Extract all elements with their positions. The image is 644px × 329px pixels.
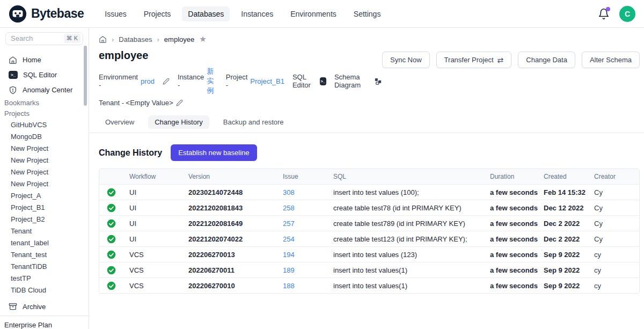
- nav-projects[interactable]: Projects: [138, 6, 177, 21]
- search-box[interactable]: ⌘ K: [5, 32, 83, 45]
- sidebar-project-item[interactable]: tenant_label: [0, 237, 89, 248]
- table-row[interactable]: UI 20221202081843 258 create table test7…: [99, 200, 639, 215]
- sidebar-item-anomaly-center[interactable]: Anomaly Center: [0, 83, 89, 98]
- tab-change-history[interactable]: Change History: [148, 115, 209, 129]
- creator-cell: cy: [594, 282, 639, 290]
- sidebar-project-item[interactable]: GitHubVCS: [0, 119, 89, 130]
- search-shortcut-badge: ⌘ K: [64, 34, 80, 43]
- edit-pen-icon[interactable]: [163, 78, 170, 85]
- transfer-project-button[interactable]: Transfer Project: [436, 52, 512, 68]
- environment-label: Environment -: [99, 73, 138, 89]
- sidebar-project-item[interactable]: New Project: [0, 154, 89, 166]
- bytebase-logo[interactable]: Bytebase: [9, 5, 84, 23]
- table-row[interactable]: UI 20221202081649 257 create table test7…: [99, 215, 639, 231]
- status-cell: [99, 188, 129, 197]
- search-input[interactable]: [11, 34, 57, 42]
- creator-cell: Cy: [594, 220, 639, 228]
- sidebar-project-item[interactable]: Project_B1: [0, 201, 89, 213]
- status-cell: [99, 266, 129, 275]
- workflow-cell: VCS: [129, 251, 188, 259]
- schema-diagram-icon: [374, 77, 382, 85]
- sql-editor-shortcut[interactable]: SQL Editor: [292, 73, 326, 89]
- nav-instances[interactable]: Instances: [235, 6, 279, 21]
- sidebar-project-item[interactable]: TiDB Cloud: [0, 284, 89, 296]
- issue-link[interactable]: 188: [283, 282, 333, 290]
- created-cell: Feb 14 15:32: [544, 188, 594, 196]
- table-row[interactable]: UI 20230214072448 308 insert into test v…: [99, 184, 639, 200]
- table-row[interactable]: VCS 202206270013 194 insert into test va…: [99, 246, 639, 262]
- alter-schema-button[interactable]: Alter Schema: [582, 52, 640, 68]
- nav-databases[interactable]: Databases: [182, 6, 230, 21]
- tenant-meta-row: Tenant - <Empty Value>: [99, 99, 382, 107]
- sql-cell: create table test123 (id int PRIMARY KEY…: [333, 235, 490, 243]
- sql-cell: insert into test values(1): [333, 266, 490, 274]
- tab-backup-and-restore[interactable]: Backup and restore: [217, 115, 290, 129]
- table-row[interactable]: VCS 202206270011 189 insert into test va…: [99, 262, 639, 277]
- sidebar-item-home[interactable]: Home: [0, 53, 89, 68]
- issue-link[interactable]: 189: [283, 266, 333, 274]
- button-label: Alter Schema: [590, 56, 632, 64]
- creator-cell: Cy: [594, 235, 639, 243]
- status-cell: [99, 203, 129, 213]
- sidebar-project-item[interactable]: MongoDB: [0, 130, 89, 142]
- version-cell: 20230214072448: [188, 188, 283, 196]
- sidebar-project-item[interactable]: New Project: [0, 178, 89, 189]
- status-cell: [99, 235, 129, 244]
- breadcrumb-databases[interactable]: Databases: [119, 35, 152, 43]
- breadcrumb-employee[interactable]: employee: [164, 35, 194, 43]
- sidebar-section-projects: Projects: [0, 108, 89, 119]
- notification-bell-icon[interactable]: [598, 8, 610, 20]
- sidebar-item-label: Home: [23, 56, 41, 64]
- sidebar-item-archive[interactable]: Archive: [0, 301, 89, 312]
- table-row[interactable]: VCS 202206270010 188 insert into test va…: [99, 277, 639, 293]
- edit-pencil-icon[interactable]: [176, 99, 183, 106]
- sidebar-project-item[interactable]: TenantTiDB: [0, 260, 89, 272]
- sidebar-project-item[interactable]: Tenant_test: [0, 248, 89, 260]
- issue-link[interactable]: 194: [283, 251, 333, 259]
- breadcrumb-home-icon[interactable]: [99, 35, 107, 43]
- sidebar-project-item[interactable]: testTP: [0, 272, 89, 284]
- nav-issues[interactable]: Issues: [99, 6, 132, 21]
- change-history-table: Workflow Version Issue SQL Duration Crea…: [99, 169, 640, 294]
- instance-label: Instance -: [178, 73, 204, 89]
- col-sql: SQL: [333, 173, 490, 180]
- sidebar-scrollbar[interactable]: [84, 46, 87, 106]
- sidebar-project-item[interactable]: Project_A: [0, 189, 89, 201]
- sidebar-item-sql-editor[interactable]: SQL Editor: [0, 68, 89, 83]
- schema-diagram-shortcut[interactable]: Schema Diagram: [334, 73, 382, 89]
- favorite-star-icon[interactable]: [199, 34, 206, 44]
- issue-link[interactable]: 257: [283, 220, 333, 228]
- button-label: Change Data: [526, 56, 567, 64]
- col-version: Version: [188, 173, 283, 180]
- issue-link[interactable]: 254: [283, 235, 333, 243]
- issue-link[interactable]: 308: [283, 188, 333, 196]
- table-body: UI 20230214072448 308 insert into test v…: [99, 184, 639, 293]
- workflow-cell: VCS: [129, 266, 188, 274]
- version-cell: 202206270010: [188, 282, 283, 290]
- created-cell: Sep 9 2022: [544, 251, 594, 259]
- user-avatar[interactable]: C: [619, 6, 635, 22]
- change-data-button[interactable]: Change Data: [518, 52, 575, 68]
- tenant-label: Tenant - <Empty Value>: [99, 99, 173, 107]
- creator-cell: cy: [594, 251, 639, 259]
- success-check-icon: [107, 219, 116, 228]
- instance-link[interactable]: 新实例: [207, 67, 218, 96]
- environment-link[interactable]: prod: [141, 77, 155, 85]
- duration-cell: a few seconds: [490, 266, 544, 274]
- workflow-cell: VCS: [129, 282, 188, 290]
- tab-overview[interactable]: Overview: [99, 115, 141, 129]
- project-link[interactable]: Project_B1: [250, 77, 284, 85]
- page-title: employee: [99, 49, 382, 62]
- sidebar-project-item[interactable]: Tenant: [0, 225, 89, 237]
- sidebar-project-item[interactable]: New Project: [0, 166, 89, 178]
- sidebar-project-item[interactable]: New Project: [0, 142, 89, 154]
- issue-link[interactable]: 258: [283, 204, 333, 212]
- establish-baseline-button[interactable]: Establish new baseline: [171, 144, 257, 161]
- nav-settings[interactable]: Settings: [348, 6, 387, 21]
- sync-now-button[interactable]: Sync Now: [382, 52, 430, 68]
- nav-environments[interactable]: Environments: [284, 6, 342, 21]
- sidebar-project-item[interactable]: Project_B2: [0, 213, 89, 225]
- page-header: employee Environment - prod Instance - 新…: [89, 44, 644, 107]
- table-row[interactable]: UI 20221202074022 254 create table test1…: [99, 231, 639, 246]
- terminal-icon: [9, 71, 18, 79]
